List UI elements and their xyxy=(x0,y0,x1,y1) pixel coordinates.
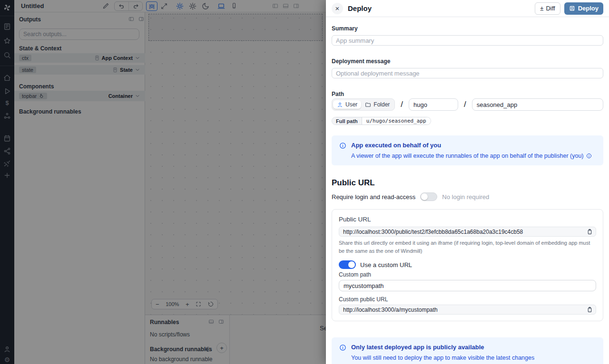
deploy-drawer-header: × Deploy ± Diff Deploy xyxy=(326,0,609,17)
behalf-info-box: App executed on behalf of you A viewer o… xyxy=(332,135,603,165)
copy-icon[interactable] xyxy=(587,307,593,313)
public-url-heading: Public URL xyxy=(332,178,603,188)
owner-folder-option[interactable]: Folder xyxy=(361,100,393,109)
deploy-drawer-body: Summary Deployment message Path User xyxy=(326,25,609,364)
save-icon xyxy=(569,5,575,11)
public-url-card: Public URL Share this url directly or em… xyxy=(332,209,603,321)
path-name-input[interactable] xyxy=(472,98,603,111)
latest-info-body: You will still need to deploy the app to… xyxy=(351,354,534,361)
diff-button[interactable]: ± Diff xyxy=(535,2,560,15)
full-path-label: Full path xyxy=(332,117,362,125)
modal-overlay[interactable] xyxy=(0,0,326,364)
behalf-info-title: App executed on behalf of you xyxy=(351,142,592,149)
custom-url-toggle-row: Use a custom URL xyxy=(339,260,596,269)
latest-info-title: Only latest deployed app is publicly ava… xyxy=(351,344,534,351)
folder-icon xyxy=(365,102,371,108)
latest-deploy-info-box: Only latest deployed app is publicly ava… xyxy=(332,337,603,364)
drawer-title: Deploy xyxy=(348,4,372,12)
custom-public-url-label: Custom public URL xyxy=(339,296,596,303)
path-owner-input[interactable] xyxy=(409,98,458,111)
path-separator: / xyxy=(401,100,403,109)
custom-url-toggle-label: Use a custom URL xyxy=(360,261,412,268)
deploy-drawer: × Deploy ± Diff Deploy Summary Deploymen… xyxy=(326,0,609,364)
path-separator: / xyxy=(464,100,466,109)
info-icon xyxy=(339,344,346,351)
no-login-label: No login required xyxy=(442,193,489,201)
deploy-button[interactable]: Deploy xyxy=(564,2,603,15)
behalf-info-body: A viewer of the app will execute the run… xyxy=(351,153,584,159)
info-icon xyxy=(339,142,346,149)
plus-minus-icon: ± xyxy=(540,5,543,12)
owner-kind-toggle: User Folder xyxy=(332,98,395,111)
public-url-label: Public URL xyxy=(339,216,596,223)
close-drawer-button[interactable]: × xyxy=(332,3,343,14)
require-login-row: Require login and read-access No login r… xyxy=(332,192,603,201)
share-hint: Share this url directly or embed it usin… xyxy=(339,239,596,255)
user-icon xyxy=(337,102,343,108)
path-label: Path xyxy=(332,91,603,97)
deployment-message-label: Deployment message xyxy=(332,58,603,65)
full-path-value: u/hugo/seasoned_app xyxy=(362,117,431,125)
custom-path-label: Custom path xyxy=(339,271,596,278)
require-login-toggle[interactable] xyxy=(420,192,437,201)
path-row: User Folder / / xyxy=(332,98,603,111)
require-login-label: Require login and read-access xyxy=(332,193,415,201)
info-icon[interactable] xyxy=(586,153,592,159)
windmill-app-editor: $ ⚙ Untitled xyxy=(0,0,609,364)
custom-path-input[interactable] xyxy=(339,280,596,291)
summary-input[interactable] xyxy=(332,35,603,46)
custom-public-url-input[interactable] xyxy=(339,305,596,315)
full-path-chip: Full path u/hugo/seasoned_app xyxy=(332,117,431,125)
public-url-input[interactable] xyxy=(339,227,596,237)
copy-icon[interactable] xyxy=(587,229,593,235)
summary-label: Summary xyxy=(332,25,603,32)
owner-user-option[interactable]: User xyxy=(333,100,361,109)
deployment-message-input[interactable] xyxy=(332,68,603,78)
custom-url-toggle[interactable] xyxy=(339,260,356,269)
